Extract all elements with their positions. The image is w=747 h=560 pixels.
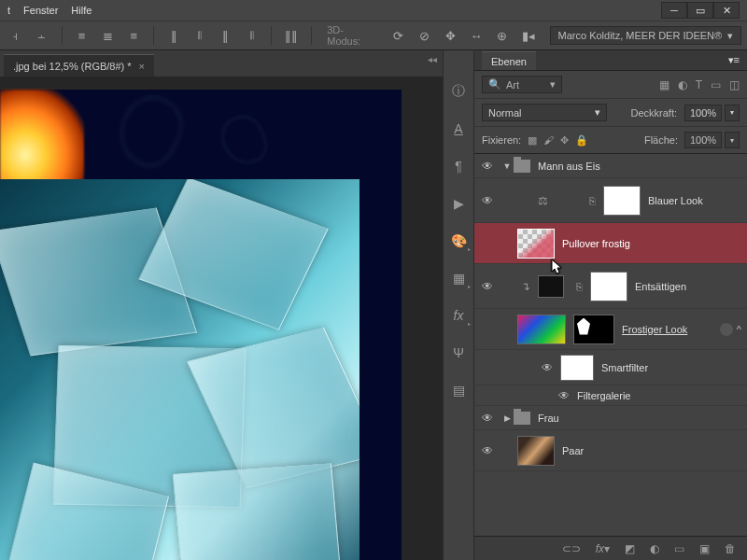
maximize-button[interactable]: ▭ <box>687 2 713 19</box>
distribute-icon[interactable]: ‖‖ <box>281 25 302 46</box>
opacity-value[interactable]: 100% <box>684 105 722 121</box>
lock-transparency-icon[interactable]: ▩ <box>528 134 537 147</box>
visibility-toggle[interactable]: 👁 <box>474 444 500 457</box>
connection-icon[interactable]: Ψ <box>449 343 468 362</box>
visibility-toggle[interactable]: 👁 <box>534 361 560 374</box>
mask-thumbnail[interactable] <box>590 272 627 301</box>
distribute-icon[interactable]: ⦀ <box>242 25 262 46</box>
smartfilter-thumbnail[interactable] <box>560 355 594 381</box>
layer-name[interactable]: Smartfilter <box>601 362 648 373</box>
chevron-icon[interactable]: ^ <box>737 324 741 335</box>
character-panel-icon[interactable]: A <box>449 119 468 138</box>
filter-adjust-icon[interactable]: ◐ <box>678 78 687 91</box>
lock-all-icon[interactable]: 🔒 <box>575 134 588 147</box>
workspace-switcher[interactable]: Marco Kolditz, MEER DER IDEEN® ▾ <box>550 26 741 45</box>
align-icon[interactable]: ⫞ <box>6 25 26 46</box>
roll-icon[interactable]: ⊘ <box>414 25 434 46</box>
filter-type-icon[interactable]: T <box>696 78 702 91</box>
document-tab[interactable]: .jpg bei 12,5% (RGB/8#) * × <box>4 54 154 77</box>
panel-tab-ebenen[interactable]: Ebenen <box>482 51 536 70</box>
close-tab-icon[interactable]: × <box>139 61 145 72</box>
layer-filter-type[interactable]: 🔍 Art ▾ <box>482 76 562 93</box>
layer-name[interactable]: Frau <box>538 413 559 424</box>
twirl-right-icon[interactable]: ▶ <box>500 413 514 423</box>
layer-name[interactable]: Frostiger Look <box>622 324 687 335</box>
slide-icon[interactable]: ↔ <box>466 25 486 46</box>
layer-group[interactable]: 👁 ▶ Frau <box>474 406 747 430</box>
layer-name[interactable]: Entsättigen <box>635 281 686 292</box>
options-bar: ⫞ ⫠ ≡ ≣ ≡ ‖ ⦀ ‖ ⦀ ‖‖ 3D-Modus: ⟳ ⊘ ✥ ↔ ⊕… <box>0 21 747 50</box>
close-button[interactable]: ✕ <box>713 2 740 19</box>
blend-mode-dropdown[interactable]: Normal ▾ <box>482 104 607 121</box>
visibility-toggle[interactable]: 👁 <box>474 280 500 293</box>
visibility-toggle[interactable]: 👁 <box>474 160 500 173</box>
swatches-panel-icon[interactable]: ▦▸ <box>449 269 468 287</box>
info-panel-icon[interactable]: ⓘ <box>449 82 468 101</box>
fill-flyout[interactable]: ▾ <box>725 132 740 148</box>
visibility-toggle[interactable]: 👁 <box>474 194 500 207</box>
layer-row[interactable]: 👁 Smartfilter <box>474 350 747 385</box>
visibility-toggle[interactable]: 👁 <box>474 412 500 425</box>
layer-row[interactable]: 👁 Filtergalerie <box>474 385 747 406</box>
distribute-icon[interactable]: ‖ <box>216 25 236 46</box>
layer-thumbnail[interactable] <box>517 436 555 466</box>
distribute-icon[interactable]: ⦀ <box>190 25 210 46</box>
link-icon[interactable]: ⎘ <box>585 195 599 206</box>
lock-pixels-icon[interactable]: 🖌 <box>543 134 554 146</box>
mask-thumbnail[interactable] <box>603 186 641 216</box>
fx-badge[interactable] <box>720 323 733 336</box>
new-layer-icon[interactable]: ▣ <box>699 542 710 555</box>
distribute-icon[interactable]: ≡ <box>123 25 144 46</box>
canvas[interactable] <box>0 77 443 560</box>
layer-thumbnail[interactable] <box>517 229 555 259</box>
layer-name[interactable]: Mann aus Eis <box>538 161 600 172</box>
layer-group[interactable]: 👁 ▼ Mann aus Eis <box>474 154 747 178</box>
fill-value[interactable]: 100% <box>684 132 722 148</box>
align-icon[interactable]: ⫠ <box>32 25 52 46</box>
layer-row[interactable]: 👁 ⚖ ⎘ Blauer Look <box>474 178 747 223</box>
opacity-flyout[interactable]: ▾ <box>725 105 740 121</box>
menu-item[interactable]: t <box>7 5 10 16</box>
paragraph-panel-icon[interactable]: ¶ <box>449 157 468 175</box>
color-panel-icon[interactable]: 🎨▸ <box>449 231 468 250</box>
twirl-down-icon[interactable]: ▼ <box>500 161 514 171</box>
distribute-icon[interactable]: ≣ <box>97 25 118 46</box>
layer-name[interactable]: Filtergalerie <box>577 390 630 401</box>
play-icon[interactable]: ▶ <box>449 194 468 213</box>
scale-icon[interactable]: ⊕ <box>492 25 513 46</box>
trash-icon[interactable]: 🗑 <box>725 542 736 555</box>
adjustment-icon[interactable]: ◐ <box>650 542 659 555</box>
distribute-icon[interactable]: ≡ <box>72 25 92 46</box>
link-layers-icon[interactable]: ⊂⊃ <box>562 542 581 555</box>
pan-icon[interactable]: ✥ <box>440 25 460 46</box>
filter-pixel-icon[interactable]: ▦ <box>659 78 669 91</box>
distribute-icon[interactable]: ‖ <box>163 25 184 46</box>
styles-panel-icon[interactable]: fx▸ <box>449 306 468 325</box>
menu-fenster[interactable]: Fenster <box>23 5 58 16</box>
link-icon[interactable]: ⎘ <box>571 281 586 292</box>
menu-hilfe[interactable]: Hilfe <box>71 5 92 16</box>
visibility-toggle[interactable]: 👁 <box>551 389 577 402</box>
orbit-icon[interactable]: ⟳ <box>388 25 409 46</box>
layer-name[interactable]: Paar <box>562 445 584 456</box>
layer-thumbnail[interactable] <box>517 315 566 344</box>
mask-icon[interactable]: ◩ <box>625 542 635 555</box>
layer-name[interactable]: Pullover frostig <box>562 238 630 249</box>
panel-menu-icon[interactable]: ▾≡ <box>728 54 740 66</box>
camera-icon[interactable]: ▮◂ <box>518 25 539 46</box>
filter-smart-icon[interactable]: ◫ <box>729 78 740 91</box>
adjustment-thumbnail[interactable] <box>538 275 564 298</box>
layer-row[interactable]: 👁 Paar <box>474 430 747 471</box>
libraries-icon[interactable]: ▤ <box>449 381 468 399</box>
fx-menu-icon[interactable]: fx▾ <box>596 542 610 555</box>
layer-row[interactable]: 👁 ↴ ⎘ Entsättigen <box>474 264 747 309</box>
group-icon[interactable]: ▭ <box>674 542 684 555</box>
collapse-icon[interactable]: ◂◂ <box>428 54 437 64</box>
layer-row[interactable]: Frostiger Look ^ <box>474 309 747 350</box>
minimize-button[interactable]: ─ <box>661 2 687 19</box>
mask-thumbnail[interactable] <box>573 315 614 344</box>
layer-name[interactable]: Blauer Look <box>648 195 703 206</box>
filter-shape-icon[interactable]: ▭ <box>711 78 721 91</box>
lock-position-icon[interactable]: ✥ <box>560 134 569 147</box>
layer-row-selected[interactable]: Pullover frostig <box>474 223 747 264</box>
